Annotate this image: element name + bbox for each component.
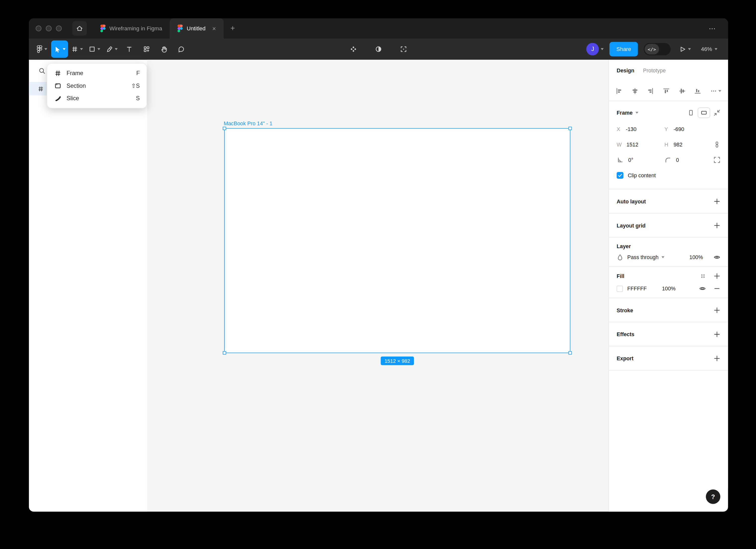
edit-object-button[interactable] xyxy=(395,41,412,58)
zoom-menu-button[interactable]: 46% xyxy=(699,46,719,52)
present-button[interactable] xyxy=(676,41,693,58)
add-fill-button[interactable] xyxy=(714,273,720,279)
chevron-down-icon xyxy=(80,48,83,50)
tab-design[interactable]: Design xyxy=(617,67,634,73)
canvas[interactable]: MacBook Pro 14" - 1 1512 × 982 xyxy=(147,60,608,511)
window-zoom-button[interactable] xyxy=(56,26,62,31)
fill-styles-button[interactable] xyxy=(700,273,706,279)
add-export-button[interactable] xyxy=(714,355,720,361)
search-icon xyxy=(39,67,46,74)
remove-fill-button[interactable] xyxy=(714,285,720,292)
frame-name-label[interactable]: MacBook Pro 14" - 1 xyxy=(224,120,272,126)
align-left-button[interactable] xyxy=(616,88,622,94)
resize-handle-nw[interactable] xyxy=(223,127,226,130)
close-tab-icon[interactable]: × xyxy=(212,25,216,32)
orientation-landscape-button[interactable] xyxy=(698,107,710,118)
comment-tool-button[interactable] xyxy=(173,41,190,58)
pen-tool-button[interactable] xyxy=(104,41,120,58)
add-layout-grid-button[interactable] xyxy=(714,222,720,229)
fill-hex-field[interactable]: FFFFFF xyxy=(627,286,662,291)
rotation-field[interactable]: 0° xyxy=(617,157,664,163)
section-icon xyxy=(54,82,62,89)
shape-tool-button[interactable] xyxy=(86,41,103,58)
clip-content-checkbox[interactable] xyxy=(617,172,623,179)
resize-handle-ne[interactable] xyxy=(568,127,572,130)
tab-untitled[interactable]: Untitled × xyxy=(170,18,224,39)
align-vertical-center-button[interactable] xyxy=(679,88,685,94)
w-value: 1512 xyxy=(627,142,638,148)
new-tab-button[interactable]: + xyxy=(224,25,242,32)
menu-item-section[interactable]: Section ⇧S xyxy=(47,80,147,92)
orientation-controls xyxy=(688,107,720,118)
hand-icon xyxy=(161,46,167,52)
height-field[interactable]: H 982 xyxy=(664,142,712,148)
fill-color-swatch[interactable] xyxy=(617,285,623,292)
app-body: MacBook Pro 14" - 1 1512 × 982 Design Pr… xyxy=(29,60,728,511)
width-field[interactable]: W 1512 xyxy=(617,142,664,148)
independent-corners-button[interactable] xyxy=(714,157,720,163)
resources-grid-icon xyxy=(143,46,150,52)
position-row: X -130 Y -690 xyxy=(617,121,720,137)
align-bottom-button[interactable] xyxy=(695,88,701,94)
help-button[interactable]: ? xyxy=(706,490,720,504)
tab-prototype[interactable]: Prototype xyxy=(643,67,666,73)
align-right-button[interactable] xyxy=(647,88,654,94)
size-row: W 1512 H 982 xyxy=(617,137,720,152)
align-horizontal-center-button[interactable] xyxy=(631,88,638,94)
frame-icon xyxy=(54,70,62,77)
add-stroke-button[interactable] xyxy=(714,306,720,313)
frame-macbook-pro-14[interactable] xyxy=(224,128,570,353)
create-component-button[interactable] xyxy=(345,41,362,58)
menu-item-frame[interactable]: Frame F xyxy=(47,67,147,79)
window-close-button[interactable] xyxy=(36,26,41,31)
move-tool-button[interactable] xyxy=(51,41,68,58)
resize-handle-sw[interactable] xyxy=(223,351,226,354)
menu-item-slice[interactable]: Slice S xyxy=(47,92,147,104)
layer-opacity-field[interactable]: 100% xyxy=(689,255,703,260)
orientation-portrait-button[interactable] xyxy=(688,109,694,116)
tab-wireframing-in-figma[interactable]: Wireframing in Figma xyxy=(93,18,170,39)
figma-file-icon xyxy=(100,25,106,32)
y-position-field[interactable]: Y -690 xyxy=(664,126,712,132)
account-menu-button[interactable]: J xyxy=(587,43,604,55)
share-button[interactable]: Share xyxy=(610,42,638,56)
tidy-up-button[interactable] xyxy=(710,88,721,94)
fill-header-actions xyxy=(700,273,720,279)
link-icon xyxy=(714,141,720,148)
styles-grid-icon xyxy=(700,273,706,279)
portrait-icon xyxy=(688,109,694,116)
corner-radius-field[interactable]: 0 xyxy=(664,157,712,163)
resize-handle-se[interactable] xyxy=(568,351,572,354)
menu-item-shortcut: S xyxy=(136,95,140,102)
align-top-button[interactable] xyxy=(663,88,670,94)
add-auto-layout-button[interactable] xyxy=(714,198,720,205)
y-label: Y xyxy=(664,126,669,132)
menu-item-label: Frame xyxy=(66,70,83,77)
add-effect-button[interactable] xyxy=(714,331,720,337)
frame-tool-button[interactable] xyxy=(69,41,85,58)
window-minimize-button[interactable] xyxy=(46,26,52,31)
layer-section-title: Layer xyxy=(617,243,720,249)
fill-visibility-toggle[interactable] xyxy=(699,285,706,292)
frame-section-title-button[interactable]: Frame xyxy=(617,110,638,116)
x-position-field[interactable]: X -130 xyxy=(617,126,664,132)
blend-mode-select[interactable]: Pass through xyxy=(627,255,664,260)
fill-opacity-field[interactable]: 100% xyxy=(662,286,676,291)
resources-tool-button[interactable] xyxy=(138,41,155,58)
hand-tool-button[interactable] xyxy=(156,41,172,58)
chevron-down-icon xyxy=(661,257,664,258)
tab-label: Wireframing in Figma xyxy=(109,26,162,31)
window-more-button[interactable]: ⋯ xyxy=(697,25,728,32)
frame-layer-icon xyxy=(38,86,44,92)
clip-content-row: Clip content xyxy=(617,168,720,183)
resize-to-fit-button[interactable] xyxy=(714,109,720,116)
main-menu-button[interactable] xyxy=(34,41,50,58)
constrain-proportions-button[interactable] xyxy=(714,141,720,148)
home-button[interactable] xyxy=(72,21,87,36)
dev-mode-toggle[interactable]: </> xyxy=(644,43,671,55)
layer-visibility-toggle[interactable] xyxy=(714,254,720,261)
plus-icon xyxy=(714,306,720,313)
use-as-mask-button[interactable] xyxy=(370,41,387,58)
text-tool-button[interactable] xyxy=(121,41,137,58)
home-icon xyxy=(76,25,83,32)
